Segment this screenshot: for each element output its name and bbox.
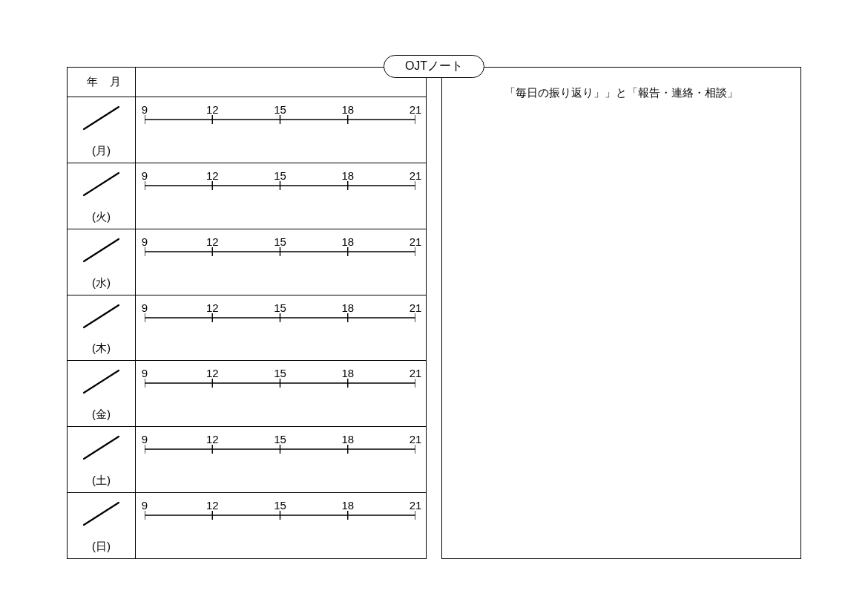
svg-line-21 [84,305,119,327]
timeline-tick-label: 21 [410,169,422,182]
date-column: (木) [68,295,136,361]
timeline-tick-label: 9 [142,433,148,445]
day-of-week-label: (水) [68,276,135,290]
timeline-tick-label: 9 [142,235,148,248]
date-slash-icon [81,500,122,528]
date-column: (金) [68,361,136,426]
timeline: 912151821 [145,301,415,331]
day-row: (金)912151821 [68,361,426,427]
timeline-tick-label: 15 [274,499,286,512]
timeline-column: 912151821 [136,163,426,229]
timeline: 912151821 [145,499,415,529]
page-container: OJTノート 年月 (月)912151821(火)912151821(水)912… [67,67,801,547]
day-row: (火)912151821 [68,163,426,229]
timeline-tick-label: 18 [341,235,354,248]
svg-line-42 [84,503,119,525]
date-slash-icon [81,434,122,462]
day-of-week-label: (日) [68,540,135,554]
date-column: (火) [68,163,136,229]
timeline: 912151821 [145,103,415,133]
timeline-tick-label: 18 [341,103,354,116]
timeline-column: 912151821 [136,229,426,295]
date-slash-icon [81,302,122,330]
svg-line-14 [84,239,119,261]
week-header-row: 年月 [68,68,426,97]
timeline-tick-label: 18 [341,433,354,445]
week-schedule-panel: 年月 (月)912151821(火)912151821(水)912151821(… [67,67,427,559]
date-slash-icon [81,104,122,132]
day-of-week-label: (火) [68,210,135,224]
timeline-tick-label: 9 [142,103,148,116]
day-of-week-label: (土) [68,474,135,488]
timeline-column: 912151821 [136,361,426,426]
date-slash-icon [81,170,122,198]
svg-line-0 [84,107,119,129]
timeline-column: 912151821 [136,493,426,558]
timeline-tick-label: 21 [410,367,422,379]
timeline-tick-label: 21 [410,235,422,248]
date-column: (月) [68,97,136,163]
day-row: (月)912151821 [68,97,426,163]
timeline-tick-label: 12 [206,499,219,512]
timeline-tick-label: 15 [274,367,286,379]
timeline-tick-label: 18 [341,301,354,314]
timeline-tick-label: 15 [274,301,286,314]
timeline: 912151821 [145,367,415,396]
day-row: (土)912151821 [68,427,426,493]
svg-line-35 [84,437,119,459]
timeline: 912151821 [145,235,415,265]
timeline-tick-label: 21 [410,499,422,512]
timeline-tick-label: 18 [341,367,354,379]
timeline: 912151821 [145,169,415,199]
timeline-tick-label: 21 [410,103,422,116]
day-row: (木)912151821 [68,295,426,362]
date-column: (日) [68,493,136,558]
date-slash-icon [81,368,122,396]
timeline-tick-label: 18 [341,499,354,512]
timeline-tick-label: 15 [274,433,286,445]
svg-line-28 [84,370,119,393]
timeline-tick-label: 15 [274,103,286,116]
header-timeline-spacer [136,68,426,97]
timeline-tick-label: 9 [142,301,148,314]
timeline-tick-label: 9 [142,367,148,379]
timeline-tick-label: 9 [142,169,148,182]
page-title: OJTノート [384,55,484,78]
timeline-tick-label: 12 [206,169,219,182]
timeline-tick-label: 21 [410,433,422,445]
timeline-column: 912151821 [136,427,426,492]
day-of-week-label: (月) [68,144,135,158]
timeline-tick-label: 12 [206,103,219,116]
date-column: (土) [68,427,136,492]
day-row: (日)912151821 [68,493,426,558]
timeline-tick-label: 9 [142,499,148,512]
date-column: (水) [68,229,136,295]
timeline-tick-label: 15 [274,235,286,248]
timeline-column: 912151821 [136,295,426,361]
timeline-tick-label: 12 [206,235,219,248]
month-label: 月 [110,75,133,89]
timeline-column: 912151821 [136,97,426,163]
day-of-week-label: (木) [68,342,135,356]
svg-line-7 [84,173,119,195]
day-of-week-label: (金) [68,408,135,422]
timeline-tick-label: 12 [206,367,219,379]
timeline-tick-label: 12 [206,433,219,445]
timeline: 912151821 [145,433,415,463]
timeline-tick-label: 21 [410,301,422,314]
timeline-tick-label: 15 [274,169,286,182]
timeline-tick-label: 18 [341,169,354,182]
reflection-panel-title: 「毎日の振り返り」」と「報告・連絡・相談」 [442,86,800,100]
date-slash-icon [81,236,122,264]
year-label: 年 [87,75,110,89]
day-row: (水)912151821 [68,229,426,295]
timeline-tick-label: 12 [206,301,219,314]
year-month-header: 年月 [68,68,136,97]
reflection-panel: 「毎日の振り返り」」と「報告・連絡・相談」 [441,67,801,559]
